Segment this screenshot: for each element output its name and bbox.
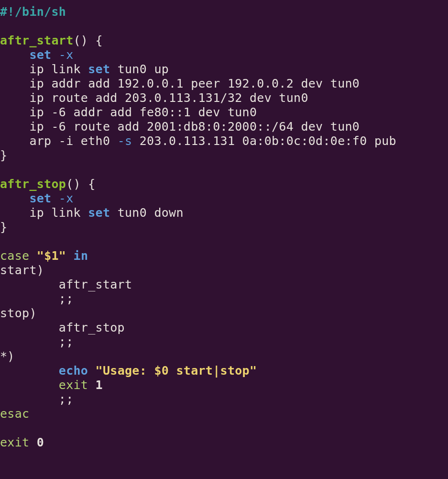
- set-flag: -x: [59, 191, 74, 205]
- str-quote: ": [37, 249, 44, 263]
- tun-down: tun0 down: [110, 206, 184, 220]
- ip-link: ip link: [29, 206, 88, 220]
- brace: {: [96, 33, 103, 47]
- esac-keyword: esac: [0, 407, 29, 421]
- dsemi: ;;: [59, 392, 74, 406]
- in-keyword: in: [74, 249, 88, 263]
- set-builtin: set: [29, 191, 51, 205]
- code-block: #!/bin/sh aftr_start() { set -x ip link …: [0, 0, 448, 450]
- paren: ): [37, 263, 44, 277]
- call-aftr-start: aftr_start: [59, 278, 132, 291]
- exit-code: 1: [96, 378, 103, 392]
- echo-string: start|stop": [169, 364, 257, 378]
- exit-keyword: exit: [59, 378, 88, 392]
- set-flag: -x: [59, 48, 74, 62]
- ip6-route-add: ip -6 route add 2001:db8:0:2000::/64 dev…: [29, 120, 360, 134]
- echo-string: "Usage:: [96, 364, 154, 378]
- paren: (): [66, 177, 81, 191]
- brace: {: [88, 177, 95, 191]
- fn-aftr-start: aftr_start: [0, 33, 74, 47]
- brace: }: [0, 220, 7, 234]
- case-label-stop: stop: [0, 306, 29, 320]
- arp-flag: -s: [118, 134, 132, 148]
- call-aftr-stop: aftr_stop: [59, 321, 125, 334]
- ip-route-add: ip route add 203.0.113.131/32 dev tun0: [29, 91, 308, 105]
- paren: (): [74, 33, 88, 47]
- set-builtin: set: [88, 62, 110, 76]
- str-quote: ": [59, 249, 66, 263]
- shebang-line: #!/bin/sh: [0, 5, 66, 19]
- paren: ): [7, 349, 14, 363]
- fn-aftr-stop: aftr_stop: [0, 177, 66, 191]
- case-label-start: start: [0, 263, 37, 277]
- dsemi: ;;: [59, 292, 74, 306]
- tun-up: tun0 up: [110, 62, 169, 76]
- exit-keyword: exit: [0, 435, 29, 449]
- echo-var: $0: [154, 364, 169, 378]
- brace: }: [0, 148, 7, 162]
- ip-link: ip link: [29, 62, 88, 76]
- arp-pre: arp -i eth0: [29, 134, 117, 148]
- arp-post: 203.0.113.131 0a:0b:0c:0d:0e:f0 pub: [132, 134, 396, 148]
- exit-code: 0: [37, 435, 44, 449]
- case-label-star: *: [0, 349, 7, 363]
- paren: ): [29, 306, 36, 320]
- dsemi: ;;: [59, 335, 74, 349]
- ip6-addr-add: ip -6 addr add fe80::1 dev tun0: [29, 105, 257, 119]
- ip-addr-add: ip addr add 192.0.0.1 peer 192.0.0.2 dev…: [29, 77, 360, 90]
- set-builtin: set: [88, 206, 110, 220]
- set-builtin: set: [29, 48, 51, 62]
- case-var: $1: [44, 249, 59, 263]
- echo-builtin: echo: [59, 364, 88, 378]
- case-keyword: case: [0, 249, 29, 263]
